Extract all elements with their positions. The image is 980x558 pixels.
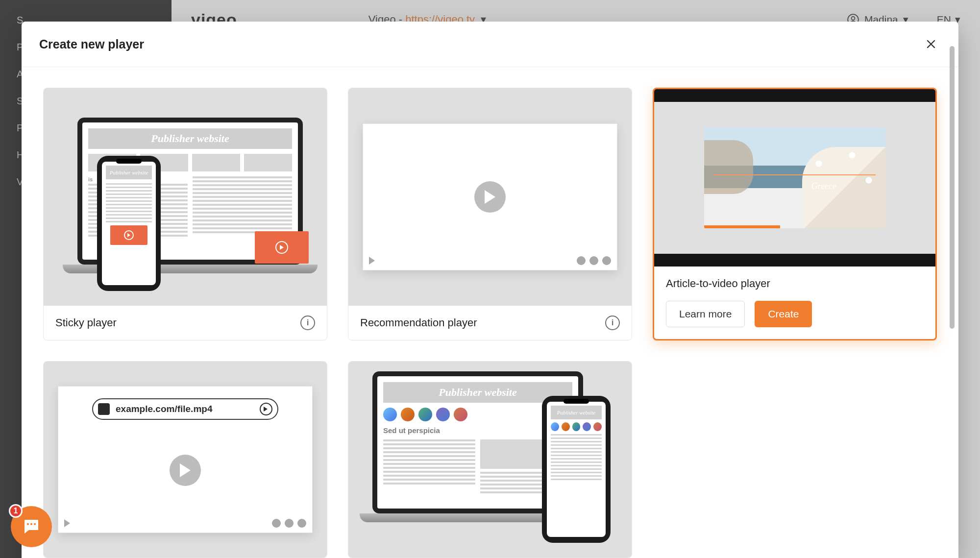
url-input-illustration: example.com/file.mp4: [92, 398, 278, 420]
card-label: Sticky player: [55, 316, 117, 329]
progress-bar: [704, 225, 780, 228]
play-icon: [275, 241, 288, 254]
chat-badge: 1: [9, 504, 23, 518]
modal-close-button[interactable]: [921, 34, 941, 54]
video-letterbox-bottom: [654, 254, 935, 267]
play-icon: [170, 455, 201, 486]
article-video-thumbnail: Greece: [704, 127, 885, 228]
info-icon[interactable]: i: [605, 315, 620, 330]
thumbnail-caption: Greece: [811, 181, 836, 192]
control-volume-icon: [297, 519, 306, 528]
close-icon: [925, 38, 937, 50]
outstream-illustration: example.com/file.mp4: [58, 386, 313, 533]
svg-rect-4: [34, 523, 36, 525]
avatar-icon: [383, 408, 397, 421]
play-icon: [474, 181, 506, 213]
card-preview: [348, 88, 632, 306]
play-icon: [369, 257, 375, 265]
publisher-banner: Publisher website: [88, 128, 292, 149]
control-loop-icon: [577, 256, 586, 265]
control-fullscreen-icon: [285, 519, 294, 528]
card-preview: example.com/file.mp4: [44, 362, 327, 558]
avatar-icon: [436, 408, 450, 421]
player-card-article-to-video[interactable]: Greece Article-to-video player Learn mor…: [653, 88, 937, 340]
url-example-text: example.com/file.mp4: [116, 404, 254, 414]
player-card-sticky[interactable]: Publisher website is: [43, 88, 327, 340]
publisher-banner: Publisher website: [551, 406, 602, 419]
play-icon: [64, 519, 70, 527]
avatar-icon: [418, 408, 432, 421]
control-fullscreen-icon: [589, 256, 598, 265]
info-icon[interactable]: i: [300, 315, 315, 330]
chat-icon: [21, 516, 42, 537]
player-card-recommendation[interactable]: Recommendation player i: [348, 88, 632, 340]
avatar-icon: [454, 408, 467, 421]
video-player-illustration: [363, 123, 617, 270]
control-loop-icon: [272, 519, 281, 528]
video-letterbox-top: [654, 89, 935, 102]
card-preview: Publisher website Sed ut perspicia: [348, 362, 632, 558]
card-label: Recommendation player: [360, 316, 477, 329]
card-preview: Greece: [654, 89, 935, 267]
avatar-icon: [401, 408, 415, 421]
svg-rect-3: [30, 523, 32, 525]
card-preview: Publisher website is: [44, 88, 327, 306]
control-volume-icon: [602, 256, 611, 265]
card-label: Article-to-video player: [666, 277, 924, 290]
learn-more-button[interactable]: Learn more: [666, 301, 745, 327]
chat-widget-button[interactable]: 1: [11, 506, 52, 547]
player-card-story[interactable]: Publisher website Sed ut perspicia: [348, 361, 632, 558]
play-icon: [110, 225, 147, 245]
create-player-modal: Create new player Publisher website is: [22, 22, 958, 558]
phone-illustration: Publisher website: [542, 396, 611, 543]
player-controls: [369, 256, 611, 265]
modal-scrollbar[interactable]: [950, 46, 955, 534]
create-button[interactable]: Create: [755, 301, 812, 327]
file-icon: [98, 403, 110, 415]
phone-illustration: Publisher website: [97, 156, 161, 291]
modal-header: Create new player: [22, 22, 958, 67]
sticky-mini-player: [255, 231, 309, 264]
modal-body: Publisher website is: [22, 67, 958, 558]
scrollbar-thumb[interactable]: [950, 46, 955, 329]
publisher-banner: Publisher website: [106, 166, 152, 179]
modal-title: Create new player: [39, 37, 144, 51]
player-controls: [64, 519, 306, 528]
arrow-right-icon: [260, 403, 272, 415]
svg-rect-2: [27, 523, 29, 525]
player-card-outstream[interactable]: example.com/file.mp4: [43, 361, 327, 558]
